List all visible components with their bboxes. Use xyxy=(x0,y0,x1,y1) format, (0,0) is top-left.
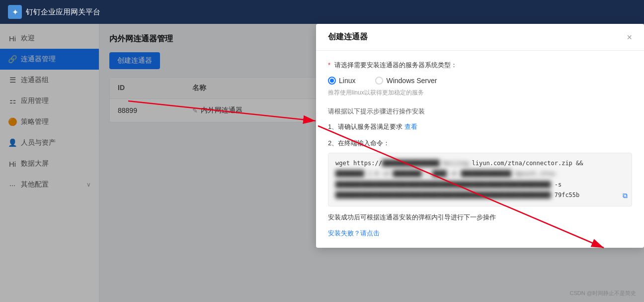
step-1: 1、请确认服务器满足要求 查看 xyxy=(328,122,632,132)
header-logo: ✦ 钉钉企业应用网关平台 xyxy=(8,5,100,19)
step-3-text: 安装成功后可根据连通器安装的弹框内引导进行下一步操作 xyxy=(328,213,496,221)
steps-intro: 请根据以下提示步骤进行操作安装 xyxy=(328,107,632,116)
command-block: wget https://████████████████ beijing-li… xyxy=(328,153,632,206)
modal-body: * 请选择需要安装连通器的服务器系统类型： Linux Windows Serv… xyxy=(316,51,644,248)
modal-close-button[interactable]: × xyxy=(627,33,632,42)
step-2-label: 2、在终端输入命令： xyxy=(328,138,632,149)
os-type-radio-group: Linux Windows Server xyxy=(328,77,632,85)
command-blurred-1: ████████████████ beijing- xyxy=(382,160,472,167)
command-line-1: wget https://████████████████ beijing-li… xyxy=(335,158,625,169)
install-fail-section: 安装失败？请点击 xyxy=(328,229,632,238)
radio-windows-circle xyxy=(375,77,383,85)
modal-header: 创建连通器 × xyxy=(316,24,644,51)
command-blurred-2: ████████ 2.0 cd ████████ 1 ████ sh █████… xyxy=(335,170,558,177)
install-fail-link[interactable]: 安装失败？请点击 xyxy=(328,229,380,237)
modal-backdrop: 创建连通器 × * 请选择需要安装连通器的服务器系统类型： Linux Wind… xyxy=(0,24,644,302)
server-type-label: * 请选择需要安装连通器的服务器系统类型： xyxy=(328,61,632,70)
app-title: 钉钉企业应用网关平台 xyxy=(26,7,100,17)
radio-linux-circle xyxy=(328,77,336,85)
copy-icon[interactable]: ⧉ xyxy=(623,190,628,202)
command-suffix-hash: ████████████████████████████████████████… xyxy=(335,192,551,199)
command-line-4: ████████████████████████████████████████… xyxy=(335,190,625,201)
radio-windows-label: Windows Server xyxy=(386,77,437,85)
app-header: ✦ 钉钉企业应用网关平台 xyxy=(0,0,644,24)
command-hash-end: 79fc55b xyxy=(551,192,579,199)
command-prefix: wget https:// xyxy=(335,160,382,167)
step-1-link[interactable]: 查看 xyxy=(404,123,417,130)
command-blurred-3: ████████████████████████████████████████… xyxy=(335,181,555,188)
command-line-2: ████████ 2.0 cd ████████ 1 ████ sh █████… xyxy=(335,169,625,180)
radio-linux[interactable]: Linux xyxy=(328,77,355,85)
step-2: 2、在终端输入命令： wget https://████████████████… xyxy=(328,138,632,206)
linux-hint-text: 推荐使用linux以获得更加稳定的服务 xyxy=(328,89,632,97)
radio-linux-label: Linux xyxy=(339,77,355,85)
steps-section: 请根据以下提示步骤进行操作安装 1、请确认服务器满足要求 查看 2、在终端输入命… xyxy=(328,107,632,238)
radio-windows[interactable]: Windows Server xyxy=(375,77,437,85)
step-1-label: 1、请确认服务器满足要求 xyxy=(328,123,404,130)
step-3: 安装成功后可根据连通器安装的弹框内引导进行下一步操作 xyxy=(328,212,632,223)
section-title-text: 请选择需要安装连通器的服务器系统类型： xyxy=(334,61,457,69)
modal-title: 创建连通器 xyxy=(328,32,368,42)
command-domain: liyun.com/ztna/connector.zip && xyxy=(472,160,583,167)
create-connector-modal: 创建连通器 × * 请选择需要安装连通器的服务器系统类型： Linux Wind… xyxy=(316,24,644,248)
logo-icon: ✦ xyxy=(8,5,22,19)
command-suffix: -s xyxy=(555,181,562,188)
required-mark: * xyxy=(328,61,330,69)
command-line-3: ████████████████████████████████████████… xyxy=(335,180,625,191)
